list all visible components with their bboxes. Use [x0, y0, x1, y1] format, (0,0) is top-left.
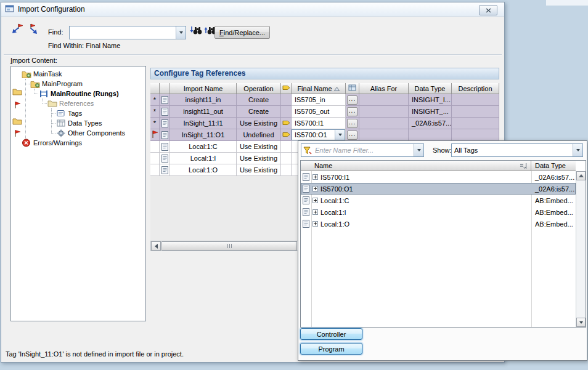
browse-button[interactable]: ... — [347, 95, 357, 105]
cell-final-name-combo[interactable]: IS5700:O1 — [292, 129, 346, 141]
expand-plus-icon[interactable] — [312, 174, 318, 180]
cell-data-type[interactable] — [409, 129, 452, 141]
program-button[interactable]: Program — [300, 343, 362, 355]
show-combobox[interactable]: All Tags — [451, 143, 583, 157]
col-header-operation[interactable]: Operation — [237, 83, 281, 94]
cell-alias-for[interactable] — [359, 94, 409, 106]
browse-button[interactable]: ... — [347, 131, 357, 140]
configure-panel-title: Configure Tag References — [150, 68, 499, 79]
tag-data-type: AB:Embed... — [535, 209, 573, 216]
cell-alias-for[interactable] — [359, 106, 409, 118]
vertical-scrollbar[interactable] — [576, 171, 586, 327]
cell-operation[interactable]: Use Existing — [237, 164, 281, 176]
next-marker-button[interactable] — [25, 23, 39, 36]
cell-import-name[interactable]: Local:1:C — [170, 141, 237, 153]
find-next-button[interactable] — [189, 25, 203, 37]
cell-import-name[interactable]: insight11_out — [170, 106, 237, 118]
row-marker: * — [150, 118, 160, 129]
close-button[interactable] — [479, 5, 497, 15]
tag-row[interactable]: Local:1:I AB:Embed... — [301, 206, 576, 218]
data-type-column-header[interactable]: Data Type — [531, 161, 576, 171]
scroll-down-button[interactable] — [576, 318, 586, 327]
scrollbar-thumb[interactable] — [161, 241, 297, 251]
tree-label: References — [59, 100, 94, 107]
find-dropdown-button[interactable] — [176, 26, 186, 39]
expand-plus-icon[interactable] — [312, 221, 318, 227]
tree-item-tags[interactable]: Tags — [55, 108, 145, 118]
tag-row-selected[interactable]: IS5700:O1 _02A6:is57... — [301, 183, 576, 195]
expand-plus-icon[interactable] — [312, 198, 318, 203]
tag-row[interactable]: IS5700:I1 _02A6:is57... — [301, 171, 576, 183]
cell-import-name[interactable]: InSight_11:O1 — [170, 129, 237, 141]
toolbar-separator — [4, 54, 502, 55]
tag-row[interactable]: Local:1:C AB:Embed... — [301, 195, 576, 206]
show-dropdown-button[interactable] — [573, 144, 582, 156]
column-options-icon[interactable] — [520, 163, 528, 171]
tree-item-data-types[interactable]: Data Types — [55, 118, 145, 128]
cell-import-name[interactable]: InSight_11:I1 — [170, 118, 237, 129]
expand-plus-icon[interactable] — [312, 186, 318, 191]
find-input[interactable] — [70, 26, 176, 39]
tree-item-mainroutine[interactable]: MainRoutine (Rungs) — [38, 89, 145, 99]
final-name-combo-value: IS5700:O1 — [292, 130, 335, 140]
cell-data-type[interactable]: INSIGHT_... — [409, 106, 452, 118]
cell-alias-for[interactable] — [359, 118, 409, 129]
import-content-tree[interactable]: MainTask MainProgram MainRoutine (Rungs)… — [10, 66, 146, 321]
cell-browse: ... — [346, 118, 359, 129]
name-column-header[interactable]: Name — [301, 161, 531, 171]
filter-dropdown-button[interactable] — [414, 144, 423, 156]
find-replace-button[interactable]: Find/Replace... — [214, 26, 270, 39]
tree-label: Data Types — [68, 119, 102, 127]
cell-operation[interactable]: Use Existing — [237, 141, 281, 153]
tag-row-icon — [160, 106, 170, 118]
yellow-tag-icon — [282, 119, 290, 127]
col-header-import-name[interactable]: Import Name — [170, 83, 237, 94]
col-header-data-type[interactable]: Data Type — [409, 83, 452, 94]
tree-label: Other Components — [68, 129, 125, 137]
cell-description[interactable] — [452, 94, 499, 106]
col-header-alias-for[interactable]: Alias For — [359, 83, 409, 94]
prev-marker-flag-icon — [11, 23, 23, 36]
cell-import-name[interactable]: insight11_in — [170, 94, 237, 106]
cell-operation[interactable]: Use Existing — [237, 118, 281, 129]
col-header-final-name[interactable]: Final Name — [292, 83, 346, 94]
cell-description[interactable] — [452, 118, 499, 129]
cell-import-name[interactable]: Local:1:O — [170, 164, 237, 176]
cell-import-name[interactable]: Local:1:I — [170, 153, 237, 164]
scroll-left-button[interactable] — [151, 241, 161, 251]
find-combobox[interactable] — [69, 26, 186, 39]
tree-item-other-components[interactable]: Other Components — [55, 128, 145, 138]
cell-data-type[interactable]: _02A6:is57... — [409, 118, 452, 129]
cell-operation[interactable]: Create — [237, 94, 281, 106]
expand-plus-icon[interactable] — [312, 209, 318, 215]
cell-operation[interactable]: Use Existing — [237, 153, 281, 164]
scroll-up-button[interactable] — [576, 171, 586, 180]
arrow-up-icon — [579, 174, 584, 177]
tag-row[interactable]: Local:1:O AB:Embed... — [301, 218, 576, 230]
tree-item-errors-warnings[interactable]: Errors/Warnings — [21, 138, 145, 148]
tag-name: Local:1:O — [321, 220, 349, 228]
browse-button[interactable]: ... — [347, 107, 357, 116]
title-bar[interactable]: Import Configuration — [1, 2, 504, 17]
cell-alias-for[interactable] — [359, 129, 409, 141]
cell-final-name[interactable]: IS5705_out — [292, 106, 346, 118]
cell-final-name[interactable]: IS5705_in — [292, 94, 346, 106]
cell-operation[interactable]: Undefined — [237, 129, 281, 141]
name-filter-input[interactable] — [313, 144, 414, 156]
cell-tag-icon — [281, 106, 292, 118]
cell-final-name[interactable]: IS5700:I1 — [292, 118, 346, 129]
final-name-dropdown-button[interactable] — [335, 130, 345, 140]
cell-description[interactable] — [452, 106, 499, 118]
controller-button[interactable]: Controller — [300, 328, 362, 340]
tree-item-references[interactable]: References — [47, 99, 145, 108]
cell-data-type[interactable]: INSIGHT_I... — [409, 94, 452, 106]
name-filter-combobox[interactable] — [301, 143, 424, 157]
prev-marker-button[interactable] — [10, 23, 24, 36]
tree-item-maintask[interactable]: MainTask — [21, 69, 145, 79]
col-header-description[interactable]: Description — [452, 83, 499, 94]
tag-data-type: AB:Embed... — [535, 220, 573, 228]
cell-description[interactable] — [452, 129, 499, 141]
cell-operation[interactable]: Create — [237, 106, 281, 118]
tree-item-mainprogram[interactable]: MainProgram — [30, 79, 145, 89]
browse-button[interactable]: ... — [347, 119, 357, 128]
